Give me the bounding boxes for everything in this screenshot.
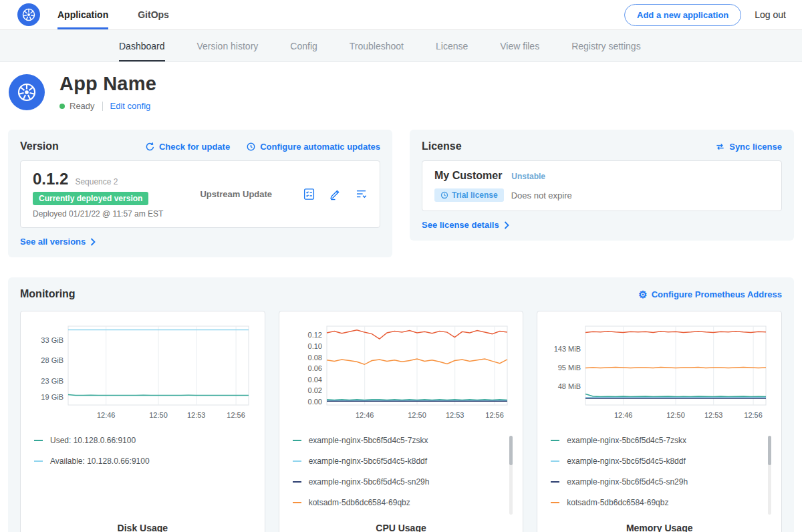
legend-item: Available: 10.128.0.66:9100 (34, 456, 247, 466)
gear-icon: ⚙ (638, 289, 647, 299)
legend-item: kotsadm-5db6dc6584-69qbz (551, 498, 764, 507)
disk-usage-legend: Used: 10.128.0.66:9100Available: 10.128.… (34, 436, 247, 466)
upstream-update-label: Upstream Update (200, 189, 303, 199)
legend-label: example-nginx-5bc6f5d4c5-7zskx (567, 436, 686, 445)
legend-label: Used: 10.128.0.66:9100 (50, 436, 136, 445)
legend-scrollbar[interactable] (768, 436, 771, 515)
svg-text:0.00: 0.00 (308, 398, 322, 406)
monitoring-title: Monitoring (20, 288, 76, 300)
configure-automatic-updates-link[interactable]: Configure automatic updates (246, 142, 380, 152)
subnav-tab-dashboard[interactable]: Dashboard (119, 30, 165, 61)
subnav-tab-license[interactable]: License (436, 30, 468, 61)
cpu-usage-chart-card: 12:4612:5012:5312:560.120.100.080.060.04… (279, 311, 524, 532)
svg-text:0.04: 0.04 (308, 376, 322, 384)
clock-icon (440, 191, 448, 199)
svg-text:12:46: 12:46 (97, 411, 116, 419)
sync-license-link[interactable]: Sync license (715, 142, 782, 152)
deployed-timestamp: Deployed 01/21/22 @ 11:57 am EST (33, 209, 163, 219)
kubernetes-logo-icon[interactable] (17, 3, 40, 26)
legend-label: kotsadm-5db6dc6584-69qbz (309, 498, 410, 507)
check-for-update-link[interactable]: Check for update (145, 142, 230, 152)
subnav-tab-config[interactable]: Config (290, 30, 317, 61)
legend-color-dash-icon (293, 502, 301, 503)
legend-color-dash-icon (551, 460, 559, 462)
chart-title: Memory Usage (547, 519, 772, 532)
configure-prometheus-link[interactable]: ⚙ Configure Prometheus Address (638, 289, 782, 299)
legend-color-dash-icon (293, 481, 301, 483)
svg-text:95 MiB: 95 MiB (557, 364, 580, 372)
legend-color-dash-icon (293, 440, 301, 441)
edit-config-link[interactable]: Edit config (110, 101, 151, 111)
edit-config-pen-icon[interactable] (329, 188, 342, 201)
legend-item: example-nginx-5bc6f5d4c5-sn29h (551, 477, 764, 487)
topnav-tabs: Application GitOps (57, 0, 198, 29)
top-navigation: Application GitOps Add a new application… (0, 0, 802, 30)
legend-item: example-nginx-5bc6f5d4c5-sn29h (293, 477, 506, 487)
subnav-tab-view-files[interactable]: View files (500, 30, 539, 61)
svg-text:19 GiB: 19 GiB (41, 393, 64, 401)
tab-gitops[interactable]: GitOps (138, 0, 169, 29)
refresh-icon (145, 142, 155, 152)
legend-color-dash-icon (34, 440, 43, 441)
app-icon (9, 74, 45, 110)
svg-text:12:53: 12:53 (187, 411, 206, 419)
svg-text:0.06: 0.06 (308, 364, 322, 372)
legend-item: kotsadm-5db6dc6584-69qbz (293, 498, 506, 507)
subnav-tab-version-history[interactable]: Version history (197, 30, 259, 61)
version-sequence: Sequence 2 (75, 177, 118, 186)
svg-text:0.02: 0.02 (308, 386, 322, 394)
legend-item: example-nginx-5bc6f5d4c5-7zskx (293, 436, 506, 445)
disk-usage-chart: 12:4612:5012:5312:5633 GiB28 GiB23 GiB19… (30, 321, 255, 426)
scrollbar-thumb[interactable] (768, 436, 771, 465)
version-card: Version Check for update Configure autom… (8, 130, 392, 257)
memory-usage-chart-card: 12:4612:5012:5312:56143 MiB95 MiB48 MiB … (537, 311, 782, 532)
license-card: License Sync license My Customer Unstabl… (410, 130, 794, 241)
see-all-versions-link[interactable]: See all versions (20, 237, 96, 247)
see-license-details-link[interactable]: See license details (422, 220, 509, 230)
svg-text:0.08: 0.08 (308, 354, 322, 362)
svg-text:12:56: 12:56 (485, 411, 504, 419)
svg-text:12:56: 12:56 (744, 411, 763, 419)
legend-item: Used: 10.128.0.66:9100 (34, 436, 247, 445)
svg-text:12:50: 12:50 (408, 411, 426, 419)
subnav-tab-registry-settings[interactable]: Registry settings (571, 30, 640, 61)
disk-usage-chart-card: 12:4612:5012:5312:5633 GiB28 GiB23 GiB19… (20, 311, 265, 532)
svg-text:12:50: 12:50 (666, 411, 685, 419)
version-card-title: Version (20, 140, 59, 152)
svg-text:33 GiB: 33 GiB (41, 336, 64, 344)
deployed-badge: Currently deployed version (33, 192, 148, 205)
chart-title: Disk Usage (30, 519, 255, 532)
sync-arrows-icon (715, 142, 725, 152)
add-application-button[interactable]: Add a new application (624, 4, 741, 26)
scrollbar-thumb[interactable] (509, 436, 513, 465)
legend-item: example-nginx-5bc6f5d4c5-k8ddf (551, 456, 764, 466)
cpu-usage-chart: 12:4612:5012:5312:560.120.100.080.060.04… (289, 321, 514, 426)
logout-link[interactable]: Log out (755, 9, 786, 20)
cpu-usage-legend: example-nginx-5bc6f5d4c5-7zskxexample-ng… (293, 436, 506, 507)
memory-usage-chart: 12:4612:5012:5312:56143 MiB95 MiB48 MiB (547, 321, 772, 426)
preflight-checklist-icon[interactable] (303, 188, 315, 201)
status-divider (102, 102, 103, 111)
legend-label: example-nginx-5bc6f5d4c5-k8ddf (567, 456, 685, 466)
subnav-tab-troubleshoot[interactable]: Troubleshoot (350, 30, 404, 61)
license-channel: Unstable (511, 172, 545, 181)
legend-color-dash-icon (293, 460, 301, 462)
legend-label: example-nginx-5bc6f5d4c5-7zskx (309, 436, 428, 445)
page-title: App Name (59, 73, 156, 95)
chevron-right-icon (504, 221, 509, 229)
legend-label: example-nginx-5bc6f5d4c5-sn29h (567, 477, 688, 487)
chevron-right-icon (90, 238, 96, 246)
legend-color-dash-icon (34, 460, 43, 462)
svg-text:143 MiB: 143 MiB (553, 345, 580, 353)
svg-text:23 GiB: 23 GiB (41, 377, 64, 385)
tab-application[interactable]: Application (57, 0, 108, 29)
version-number: 0.1.2 (33, 170, 68, 188)
chart-title: CPU Usage (289, 519, 514, 532)
legend-color-dash-icon (551, 481, 559, 483)
monitoring-card: Monitoring ⚙ Configure Prometheus Addres… (8, 277, 794, 532)
release-notes-icon[interactable] (355, 188, 368, 201)
auto-update-clock-icon (246, 142, 256, 152)
license-card-title: License (422, 140, 462, 152)
legend-scrollbar[interactable] (509, 436, 513, 515)
current-version-box: 0.1.2 Sequence 2 Currently deployed vers… (20, 160, 380, 228)
